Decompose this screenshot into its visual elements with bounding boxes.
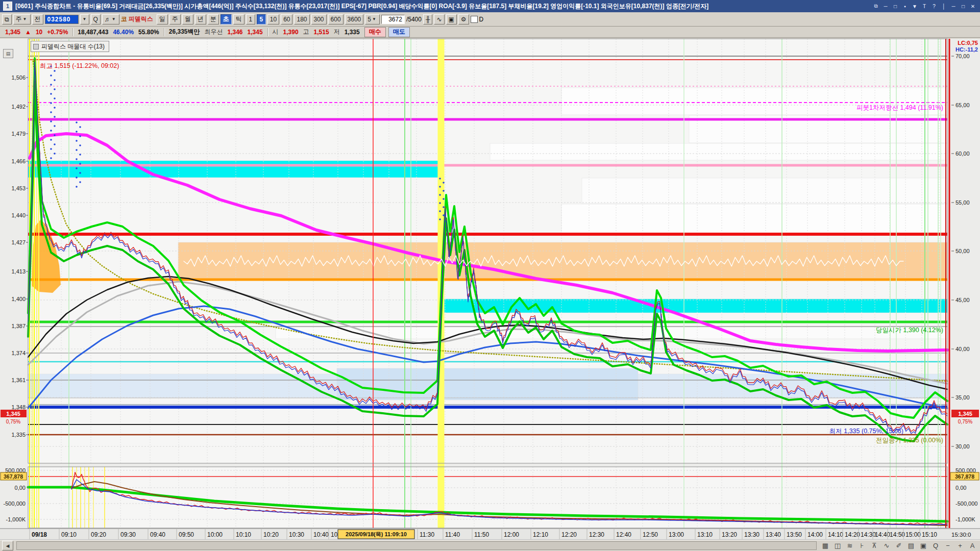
tick-dot <box>79 163 81 165</box>
theme-button[interactable]: T <box>920 2 928 10</box>
window-layout-icon[interactable]: ⧉ <box>2 14 12 24</box>
interval-180-button[interactable]: 180 <box>294 14 309 24</box>
tile-chart-icon[interactable]: ▦ <box>820 541 831 550</box>
bottom-toolbar: ◀ ▦ ◫ ≋ ⊦ ⊼ ∿ ✐ ▤ ▣ Q − + A <box>0 540 980 551</box>
volume-profile-row <box>582 178 947 204</box>
period-second-button[interactable]: 초 <box>220 14 232 24</box>
tick-dot <box>439 194 441 196</box>
chart-text: 1,413 <box>11 268 26 274</box>
draw-pen-icon[interactable]: ✐ <box>893 541 904 550</box>
period-week-button[interactable]: 주 <box>169 14 181 24</box>
tick-dot <box>76 149 78 151</box>
chart-settings-button[interactable]: ▤ <box>3 49 13 58</box>
interval-1-button[interactable]: 1 <box>246 14 255 24</box>
period-month-button[interactable]: 월 <box>182 14 193 24</box>
chart-text: 15:10 <box>922 531 937 538</box>
count-dropdown[interactable]: 5 ▼ <box>365 14 380 24</box>
zoom-in-icon[interactable]: + <box>954 541 966 550</box>
interval-3600-button[interactable]: 3600 <box>345 14 364 24</box>
zoom-out-icon[interactable]: − <box>942 541 953 550</box>
interval-10-button[interactable]: 10 <box>267 14 279 24</box>
d-checkbox[interactable] <box>471 16 478 23</box>
maximize-icon[interactable]: □ <box>891 2 899 10</box>
low-price: 1,335 <box>345 29 360 36</box>
tick-dot <box>50 157 52 159</box>
window-maximize-icon[interactable]: □ <box>959 2 967 10</box>
eraser-icon[interactable]: ▤ <box>905 541 917 550</box>
scroll-left-button[interactable]: ◀ <box>2 541 13 550</box>
interval-300-button[interactable]: 300 <box>311 14 327 24</box>
buy-button[interactable]: 매수 <box>364 27 386 37</box>
cascade-icon[interactable]: ◫ <box>832 541 843 550</box>
chart-text: 13:30 <box>744 531 760 538</box>
trendline-icon[interactable]: ∿ <box>434 14 444 24</box>
interval-600-button[interactable]: 600 <box>328 14 344 24</box>
close-icon[interactable]: ✕ <box>969 2 977 10</box>
minimize-icon[interactable]: ─ <box>881 2 890 10</box>
tick-dot <box>76 131 78 133</box>
interval-60-button[interactable]: 60 <box>281 14 292 24</box>
tick-dot <box>76 167 78 169</box>
window-number-badge: 1 <box>3 2 12 11</box>
chart-text: HC:-11,2 <box>955 46 978 53</box>
horizontal-scrollbar[interactable] <box>16 541 817 550</box>
chevron-down-icon: ▼ <box>22 17 28 21</box>
text-tool-icon[interactable]: A <box>967 541 978 550</box>
chart-text: 09/18 <box>32 531 47 538</box>
period-day-button[interactable]: 일 <box>157 14 168 24</box>
interval-5-button[interactable]: 5 <box>257 14 266 24</box>
pin-icon[interactable]: ▪ <box>901 2 909 10</box>
window-minimize-icon[interactable]: ─ <box>949 2 958 10</box>
best-quote-label: 최우선 <box>205 28 223 36</box>
chart-text: 1,453 <box>11 185 26 191</box>
window-title: [0601] 주식종합차트 - 유통비율[69.5] 거래대금[26,335(백… <box>15 2 708 11</box>
legend-square-icon <box>33 44 39 49</box>
period-minute-button[interactable]: 분 <box>208 14 219 24</box>
period-year-button[interactable]: 년 <box>195 14 206 24</box>
stock-code-input[interactable]: 032580 <box>45 15 79 24</box>
indicator-legend[interactable]: 피델릭스 매물대 수(13) <box>31 41 109 52</box>
code-dropdown-icon[interactable]: ▼ <box>80 14 89 24</box>
help-button[interactable]: ? <box>930 2 938 10</box>
mini-chart-icon[interactable]: ▣ <box>918 541 929 550</box>
sound-icon[interactable]: ♬ ▼ <box>102 14 119 24</box>
chart-text: 11:40 <box>445 531 460 538</box>
chart-text: 15:30:0 <box>951 532 971 538</box>
period-tick-button[interactable]: 틱 <box>233 14 244 24</box>
prev-stock-button[interactable]: 전 <box>32 14 43 24</box>
chart-text: 14:20 <box>845 531 860 538</box>
chart-text: 60,00 <box>955 151 970 157</box>
high-label: 고 <box>303 28 309 36</box>
dropdown-icon[interactable]: ▼ <box>911 2 919 10</box>
baseline-icon[interactable]: ⊼ <box>869 541 880 550</box>
chart-text: 10:10 <box>236 531 251 538</box>
zoom-icon[interactable]: Q <box>930 541 941 550</box>
chart-text: 0,00 <box>15 485 26 491</box>
bar-position-field[interactable]: 3672 <box>381 15 405 24</box>
compare-icon[interactable]: ╫ <box>423 14 433 24</box>
asset-type-dropdown[interactable]: 주 ▼ <box>13 14 31 24</box>
chart-text: 1,479 <box>11 131 26 137</box>
save-icon[interactable]: ▣ <box>446 14 457 24</box>
restore-icon[interactable]: ⧉ <box>872 2 880 10</box>
chart-text: 09:40 <box>150 531 165 538</box>
up-arrow-icon: ▲ <box>25 29 31 36</box>
sell-button[interactable]: 매도 <box>388 27 410 37</box>
d-checkbox-label: D <box>479 16 484 23</box>
chart-text: 10:20 <box>263 531 279 538</box>
tick-dot <box>439 202 441 204</box>
chart-text: 1,361 <box>11 377 26 383</box>
chart-text: 피봇1차저항선 1,494 (11.91%) <box>856 104 943 111</box>
chart-text: 12:20 <box>561 531 577 538</box>
chart-svg[interactable]: 1,5061,4921,4791,4661,4531,4401,4271,413… <box>0 0 980 551</box>
search-icon[interactable]: Q <box>91 14 101 24</box>
align-left-icon[interactable]: ⊦ <box>856 541 868 550</box>
chart-text: 09:20 <box>91 531 106 538</box>
tick-dot <box>76 177 78 179</box>
tick-dot <box>50 74 52 77</box>
zigzag-icon[interactable]: ≋ <box>844 541 855 550</box>
tick-dot <box>50 93 52 95</box>
wave-tool-icon[interactable]: ∿ <box>881 541 892 550</box>
gear-icon[interactable]: ⚙ <box>458 14 469 24</box>
price-change-pct: +0.75% <box>47 29 68 36</box>
